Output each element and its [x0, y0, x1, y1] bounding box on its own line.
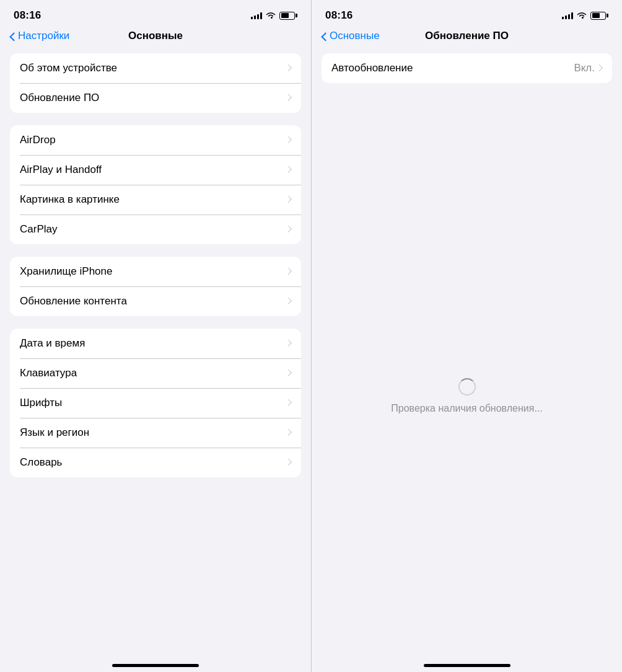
status-icons-left — [251, 12, 297, 20]
row-right — [286, 196, 291, 204]
row-right — [286, 136, 291, 144]
chevron-right-icon — [286, 459, 291, 467]
signal-icon — [562, 12, 573, 19]
loading-text: Проверка наличия обновления... — [391, 403, 542, 414]
home-indicator-left — [112, 664, 199, 667]
row-right — [286, 429, 291, 437]
chevron-right-icon — [286, 268, 291, 276]
settings-content-left: Об этом устройстве Обновление ПО AirDrop — [0, 48, 311, 664]
row-label: Обновление контента — [20, 295, 127, 307]
settings-group-4: Дата и время Клавиатура Шрифты Язык и ре… — [10, 329, 301, 477]
row-label: Словарь — [20, 456, 62, 469]
loading-area: Проверка наличия обновления... — [322, 133, 612, 659]
left-panel: 08:16 Настройки — [0, 0, 311, 672]
chevron-right-icon — [286, 196, 291, 204]
row-label: Клавиатура — [20, 367, 77, 379]
chevron-right-icon — [286, 429, 291, 437]
back-label-right: Основные — [330, 30, 380, 42]
row-auto-update[interactable]: Автообновление Вкл. — [322, 53, 612, 83]
row-right: Вкл. — [574, 62, 602, 74]
row-label: Шрифты — [20, 397, 62, 409]
settings-group-1: Об этом устройстве Обновление ПО — [10, 53, 301, 113]
row-right — [286, 369, 291, 378]
row-dictionary[interactable]: Словарь — [10, 448, 301, 477]
status-bar-left: 08:16 — [0, 0, 311, 27]
battery-icon — [279, 12, 297, 20]
row-right — [286, 298, 291, 306]
row-right — [286, 94, 291, 102]
row-airdrop[interactable]: AirDrop — [10, 125, 301, 155]
loading-spinner — [458, 378, 476, 396]
back-label-left: Настройки — [18, 30, 69, 42]
row-right — [286, 226, 291, 234]
time-right: 08:16 — [325, 9, 353, 22]
row-label: Картинка в картинке — [20, 193, 120, 206]
nav-bar-right: Основные Обновление ПО — [312, 27, 622, 48]
row-date-time[interactable]: Дата и время — [10, 329, 301, 358]
settings-group-3: Хранилище iPhone Обновление контента — [10, 257, 301, 316]
chevron-left-icon — [322, 31, 328, 41]
update-content: Автообновление Вкл. Проверка наличия обн… — [312, 48, 622, 664]
nav-bar-left: Настройки Основные — [0, 27, 311, 48]
row-language-region[interactable]: Язык и регион — [10, 418, 301, 448]
auto-update-group: Автообновление Вкл. — [322, 53, 612, 83]
status-icons-right — [562, 12, 608, 20]
row-label: Дата и время — [20, 337, 85, 350]
row-label: Обновление ПО — [20, 92, 99, 104]
signal-icon — [251, 12, 262, 19]
row-content-update[interactable]: Обновление контента — [10, 286, 301, 316]
chevron-right-icon — [286, 136, 291, 144]
page-title-left: Основные — [128, 30, 183, 42]
settings-group-2: AirDrop AirPlay и Handoff Картинка в кар… — [10, 125, 301, 244]
page-title-right: Обновление ПО — [425, 30, 509, 42]
row-about-device[interactable]: Об этом устройстве — [10, 53, 301, 83]
chevron-right-icon — [597, 64, 602, 73]
status-bar-right: 08:16 — [312, 0, 622, 27]
row-software-update[interactable]: Обновление ПО — [10, 83, 301, 113]
back-button-right[interactable]: Основные — [322, 30, 380, 42]
right-panel: 08:16 Основные — [311, 0, 622, 672]
row-carplay[interactable]: CarPlay — [10, 214, 301, 244]
row-fonts[interactable]: Шрифты — [10, 388, 301, 418]
time-left: 08:16 — [14, 9, 41, 22]
chevron-right-icon — [286, 399, 291, 407]
row-right — [286, 459, 291, 467]
chevron-right-icon — [286, 369, 291, 378]
chevron-right-icon — [286, 166, 291, 174]
row-right — [286, 64, 291, 73]
row-airplay-handoff[interactable]: AirPlay и Handoff — [10, 155, 301, 185]
wifi-icon — [577, 12, 587, 19]
row-label: Об этом устройстве — [20, 62, 117, 74]
row-label: Язык и регион — [20, 427, 89, 439]
chevron-right-icon — [286, 226, 291, 234]
battery-icon — [590, 12, 608, 20]
row-label: AirPlay и Handoff — [20, 164, 102, 176]
chevron-left-icon — [10, 31, 16, 41]
chevron-right-icon — [286, 64, 291, 73]
row-picture-in-picture[interactable]: Картинка в картинке — [10, 185, 301, 214]
row-keyboard[interactable]: Клавиатура — [10, 358, 301, 388]
auto-update-label: Автообновление — [331, 62, 413, 74]
row-right — [286, 268, 291, 276]
home-indicator-right — [424, 664, 510, 667]
row-right — [286, 166, 291, 174]
row-label: CarPlay — [20, 223, 57, 236]
wifi-icon — [266, 12, 276, 19]
row-right — [286, 399, 291, 407]
row-right — [286, 340, 291, 348]
row-label: Хранилище iPhone — [20, 265, 112, 278]
auto-update-value: Вкл. — [574, 62, 595, 74]
row-iphone-storage[interactable]: Хранилище iPhone — [10, 257, 301, 286]
back-button-left[interactable]: Настройки — [10, 30, 69, 42]
chevron-right-icon — [286, 340, 291, 348]
chevron-right-icon — [286, 94, 291, 102]
row-label: AirDrop — [20, 134, 56, 146]
chevron-right-icon — [286, 298, 291, 306]
